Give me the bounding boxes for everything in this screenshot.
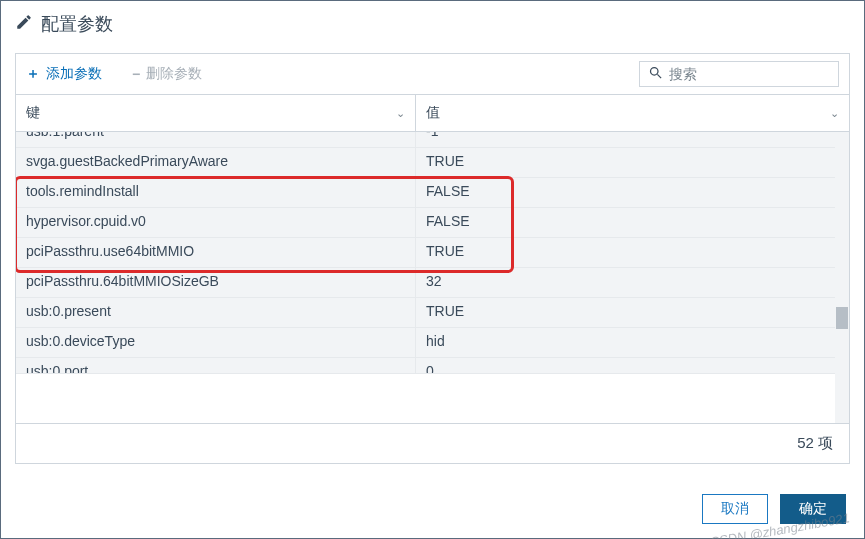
cell-key: pciPassthru.use64bitMMIO xyxy=(16,238,416,267)
ok-button[interactable]: 确定 xyxy=(780,494,846,524)
column-header-key-label: 键 xyxy=(26,104,40,122)
cell-value: 32 xyxy=(416,268,849,297)
cell-key: hypervisor.cpuid.v0 xyxy=(16,208,416,237)
scrollbar-thumb[interactable] xyxy=(836,307,848,329)
search-icon xyxy=(648,65,663,83)
cell-key: usb:0.present xyxy=(16,298,416,327)
table-row[interactable]: tools.remindInstall FALSE xyxy=(16,178,849,208)
cancel-button[interactable]: 取消 xyxy=(702,494,768,524)
chevron-down-icon: ⌄ xyxy=(396,107,405,120)
cell-key: usb:0.deviceType xyxy=(16,328,416,357)
toolbar: ＋ 添加参数 − 删除参数 xyxy=(15,53,850,94)
cell-key: pciPassthru.64bitMMIOSizeGB xyxy=(16,268,416,297)
table-row[interactable]: usb:0.port 0 xyxy=(16,358,849,374)
minus-icon: − xyxy=(132,66,140,82)
table-row[interactable]: usb:0.deviceType hid xyxy=(16,328,849,358)
dialog-header: 配置参数 xyxy=(1,1,864,47)
vertical-scrollbar[interactable] xyxy=(835,132,849,423)
cell-value: hid xyxy=(416,328,849,357)
total-count-label: 52 项 xyxy=(797,434,833,451)
table-footer: 52 项 xyxy=(16,423,849,463)
cell-key: usb:1.parent xyxy=(16,132,416,147)
dialog-footer: 取消 确定 xyxy=(1,464,864,538)
add-param-label: 添加参数 xyxy=(46,65,102,83)
table-row[interactable]: pciPassthru.64bitMMIOSizeGB 32 xyxy=(16,268,849,298)
params-table: 键 ⌄ 值 ⌄ usb:1.parent -1 svga.guestBacked… xyxy=(15,94,850,464)
cell-value: TRUE xyxy=(416,148,849,177)
table-body: usb:1.parent -1 svga.guestBackedPrimaryA… xyxy=(16,132,849,423)
cell-key: tools.remindInstall xyxy=(16,178,416,207)
cell-value: -1 xyxy=(416,132,849,147)
delete-param-label: 删除参数 xyxy=(146,65,202,83)
cell-key: svga.guestBackedPrimaryAware xyxy=(16,148,416,177)
cell-key: usb:0.port xyxy=(16,358,416,373)
add-param-button[interactable]: ＋ 添加参数 xyxy=(26,65,102,83)
search-box[interactable] xyxy=(639,61,839,87)
pencil-icon xyxy=(15,13,33,36)
table-row[interactable]: pciPassthru.use64bitMMIO TRUE xyxy=(16,238,849,268)
column-header-key[interactable]: 键 ⌄ xyxy=(16,95,416,131)
cell-value: FALSE xyxy=(416,208,849,237)
column-header-value-label: 值 xyxy=(426,104,440,122)
cell-value: TRUE xyxy=(416,298,849,327)
dialog-body: ＋ 添加参数 − 删除参数 键 ⌄ 值 xyxy=(1,47,864,464)
dialog-title: 配置参数 xyxy=(41,12,113,36)
svg-line-1 xyxy=(657,74,661,78)
table-row[interactable]: svga.guestBackedPrimaryAware TRUE xyxy=(16,148,849,178)
table-row[interactable]: usb:1.parent -1 xyxy=(16,132,849,148)
search-input[interactable] xyxy=(669,66,830,82)
table-row[interactable]: hypervisor.cpuid.v0 FALSE xyxy=(16,208,849,238)
delete-param-button[interactable]: − 删除参数 xyxy=(132,65,202,83)
chevron-down-icon: ⌄ xyxy=(830,107,839,120)
svg-point-0 xyxy=(651,68,659,76)
config-params-dialog: 配置参数 ＋ 添加参数 − 删除参数 键 xyxy=(0,0,865,539)
column-header-value[interactable]: 值 ⌄ xyxy=(416,95,849,131)
cell-value: TRUE xyxy=(416,238,849,267)
plus-icon: ＋ xyxy=(26,65,40,83)
cell-value: FALSE xyxy=(416,178,849,207)
cell-value: 0 xyxy=(416,358,849,373)
table-header: 键 ⌄ 值 ⌄ xyxy=(16,95,849,132)
table-row[interactable]: usb:0.present TRUE xyxy=(16,298,849,328)
